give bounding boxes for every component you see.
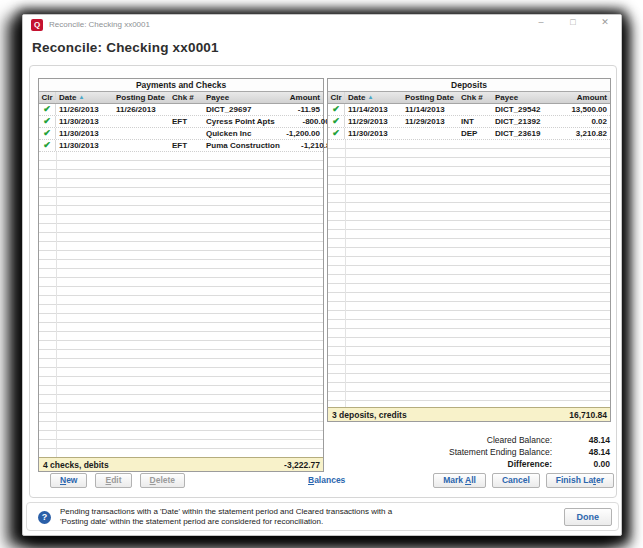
reconcile-content-card: Payments and Checks Clr Date ▲ Posting D… — [29, 65, 617, 498]
col-posting-date[interactable]: Posting Date — [116, 93, 172, 102]
edit-button-label: dit — [111, 475, 121, 485]
col-clr[interactable]: Clr — [39, 92, 56, 103]
mark-all-button[interactable]: Mark All — [433, 473, 486, 488]
cell-amount: 3,210.82 — [552, 129, 610, 138]
cleared-check-icon[interactable]: ✔ — [43, 128, 51, 138]
col-payee[interactable]: Payee — [495, 93, 552, 102]
cell-date: 11/30/2013 — [56, 141, 116, 150]
balance-summary: Cleared Balance: 48.14 Statement Ending … — [449, 434, 610, 470]
close-icon[interactable]: ✕ — [599, 17, 611, 27]
col-date-label: Date — [348, 93, 365, 102]
payments-header-row: Clr Date ▲ Posting Date Chk # Payee Amou… — [39, 92, 323, 104]
payments-row[interactable]: ✔ 11/30/2013 Quicken Inc -1,200.00 — [39, 128, 323, 140]
col-date-label: Date — [59, 93, 76, 102]
footer-bar: ? Pending transactions with a 'Date' wit… — [26, 502, 619, 531]
deposits-row[interactable]: ✔ 11/30/2013 DEP DICT_23619 3,210.82 — [328, 128, 610, 140]
deposits-empty-rows — [328, 140, 610, 407]
cleared-check-icon[interactable]: ✔ — [43, 116, 51, 126]
edit-button[interactable]: Edit — [95, 473, 131, 488]
cleared-check-icon[interactable]: ✔ — [43, 104, 51, 114]
cell-payee: DICT_23619 — [495, 129, 552, 138]
new-button[interactable]: New — [50, 473, 87, 488]
deposits-total-row: 3 deposits, credits 16,710.84 — [328, 407, 610, 421]
cell-payee: Puma Construction — [206, 141, 280, 150]
difference-value: 0.00 — [552, 458, 610, 470]
page-title: Reconcile: Checking xx0001 — [32, 40, 219, 55]
payments-total-row: 4 checks, debits -3,222.77 — [39, 457, 323, 471]
deposits-row[interactable]: ✔ 11/29/2013 11/29/2013 INT DICT_21392 0… — [328, 116, 610, 128]
payments-row[interactable]: ✔ 11/30/2013 EFT Cyress Point Apts -800.… — [39, 116, 323, 128]
cleared-balance-label: Cleared Balance: — [487, 434, 552, 446]
cell-amount: 0.02 — [552, 117, 610, 126]
deposits-header-row: Clr Date ▲ Posting Date Chk # Payee Amou… — [328, 92, 610, 104]
footer-note-line2: 'Posting date' within the statement peri… — [60, 517, 392, 527]
sort-ascending-icon: ▲ — [368, 94, 374, 100]
payments-total-label: 4 checks, debits — [43, 460, 109, 470]
payments-total-amount: -3,222.77 — [284, 460, 320, 470]
col-chk[interactable]: Chk # — [461, 93, 495, 102]
statement-ending-balance-value: 48.14 — [552, 446, 610, 458]
col-payee[interactable]: Payee — [206, 93, 265, 102]
col-posting-date[interactable]: Posting Date — [405, 93, 461, 102]
col-amount[interactable]: Amount — [265, 93, 323, 102]
sort-ascending-icon: ▲ — [79, 94, 85, 100]
cell-date: 11/26/2013 — [56, 105, 116, 114]
done-button-label: Done — [577, 512, 600, 522]
finish-later-button[interactable]: Finish Later — [546, 473, 614, 488]
cell-chk: EFT — [172, 141, 206, 150]
cell-date: 11/29/2013 — [345, 117, 405, 126]
cell-payee: DICT_29697 — [206, 105, 265, 114]
deposits-panel-title: Deposits — [328, 79, 610, 92]
cancel-button[interactable]: Cancel — [492, 473, 540, 488]
minimize-icon[interactable]: – — [535, 17, 547, 27]
cell-date: 11/14/2013 — [345, 105, 405, 114]
maximize-icon[interactable]: □ — [567, 17, 579, 27]
cleared-check-icon[interactable]: ✔ — [332, 116, 340, 126]
cell-payee: Quicken Inc — [206, 129, 265, 138]
cleared-check-icon[interactable]: ✔ — [332, 104, 340, 114]
deposits-row[interactable]: ✔ 11/14/2013 11/14/2013 DICT_29542 13,50… — [328, 104, 610, 116]
finish-later-button-label-pre: Finish La — [556, 475, 593, 485]
cleared-check-icon[interactable]: ✔ — [43, 140, 51, 150]
new-button-label: ew — [66, 475, 77, 485]
cell-payee: Cyress Point Apts — [206, 117, 275, 126]
cell-payee: DICT_21392 — [495, 117, 552, 126]
col-chk[interactable]: Chk # — [172, 93, 206, 102]
cell-date: 11/30/2013 — [345, 129, 405, 138]
deposits-total-label: 3 deposits, credits — [332, 410, 407, 420]
cell-amount: -11.95 — [265, 105, 323, 114]
mark-all-button-label-pre: Mark — [443, 475, 465, 485]
delete-button[interactable]: Delete — [140, 473, 186, 488]
balances-button-label: alances — [314, 475, 345, 485]
cell-date: 11/30/2013 — [56, 117, 116, 126]
done-button[interactable]: Done — [564, 508, 613, 526]
cleared-balance-value: 48.14 — [552, 434, 610, 446]
payments-panel: Payments and Checks Clr Date ▲ Posting D… — [38, 78, 324, 472]
col-date[interactable]: Date ▲ — [56, 93, 116, 102]
window-title: Reconcile: Checking xx0001 — [49, 20, 150, 29]
cell-posting-date: 11/29/2013 — [405, 117, 461, 126]
payments-empty-rows — [39, 152, 323, 457]
cleared-check-icon[interactable]: ✔ — [332, 128, 340, 138]
statement-ending-balance-label: Statement Ending Balance: — [449, 446, 552, 458]
cancel-button-label: Cancel — [502, 475, 530, 485]
reconcile-window: Q Reconcile: Checking xx0001 – □ ✕ Recon… — [22, 14, 622, 536]
cell-payee: DICT_29542 — [495, 105, 552, 114]
cell-chk: EFT — [172, 117, 206, 126]
footer-note: Pending transactions with a 'Date' withi… — [60, 507, 392, 527]
cell-amount: -800.00 — [275, 117, 333, 126]
cell-posting-date: 11/14/2013 — [405, 105, 461, 114]
col-amount[interactable]: Amount — [552, 93, 610, 102]
payments-panel-title: Payments and Checks — [39, 79, 323, 92]
cell-chk: INT — [461, 117, 495, 126]
col-clr[interactable]: Clr — [328, 92, 345, 103]
col-date[interactable]: Date ▲ — [345, 93, 405, 102]
deposits-total-amount: 16,710.84 — [569, 410, 607, 420]
payments-row[interactable]: ✔ 11/30/2013 EFT Puma Construction -1,21… — [39, 140, 323, 152]
footer-note-line1: Pending transactions with a 'Date' withi… — [60, 507, 392, 517]
payments-row[interactable]: ✔ 11/26/2013 11/26/2013 DICT_29697 -11.9… — [39, 104, 323, 116]
difference-label: Difference: — [508, 458, 552, 470]
balances-button[interactable]: Balances — [298, 473, 355, 488]
cell-amount: 13,500.00 — [552, 105, 610, 114]
delete-button-label: elete — [156, 475, 175, 485]
